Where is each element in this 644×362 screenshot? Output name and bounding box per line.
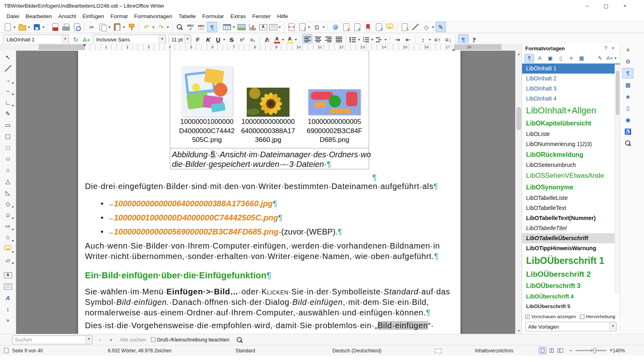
print-button[interactable] <box>61 22 71 32</box>
single-page-view-button[interactable] <box>539 347 547 354</box>
rectangle-button[interactable] <box>2 119 14 130</box>
accessibility-check-tab[interactable]: ♿ <box>622 126 634 137</box>
isosceles-triangle-button[interactable] <box>2 175 14 187</box>
block-arrows-button[interactable] <box>2 220 14 232</box>
style-filter-dropdown[interactable] <box>609 322 616 331</box>
style-liboüberschrift-5[interactable]: LibOÜberschrift 5 <box>522 302 620 311</box>
menu-formular[interactable]: Formular <box>199 12 227 20</box>
insert-bookmark-button[interactable] <box>363 22 373 32</box>
open-button[interactable] <box>17 22 31 32</box>
lines-and-arrows-button[interactable] <box>2 74 14 85</box>
style-liboseitenumbruch[interactable]: LibOSeitenumbruch <box>522 160 620 170</box>
new-document-button[interactable] <box>2 22 17 32</box>
find-tab[interactable] <box>622 138 634 148</box>
special-character-button[interactable] <box>312 22 326 32</box>
style-liboüberschrift-1[interactable]: LibOÜberschrift 1 <box>522 253 620 268</box>
freeform-line-button[interactable] <box>2 108 14 119</box>
search-input[interactable]: Suchen <box>12 335 93 344</box>
help-icon[interactable]: ? <box>602 45 609 52</box>
document-page[interactable]: 10000001000000D4000000C74442505C.png 100… <box>78 51 460 334</box>
menu-format[interactable]: Format <box>107 12 131 20</box>
scroll-up-arrow[interactable]: ▲ <box>516 51 522 57</box>
circle-button[interactable] <box>2 164 14 175</box>
font-size-combo-dropdown[interactable] <box>184 35 191 44</box>
page-tab[interactable]: ▯ <box>622 103 634 113</box>
new-style-from-selection-button[interactable]: A+ <box>606 54 617 63</box>
list-styles-tab[interactable]: ≡ <box>566 54 576 63</box>
style-filter-select[interactable]: Alle Vorlagen <box>525 322 617 331</box>
insert-image-button[interactable] <box>236 22 247 32</box>
print-preview-button[interactable] <box>72 22 82 32</box>
search-history-dropdown[interactable] <box>85 336 92 344</box>
rounded-rectangle-button[interactable] <box>2 130 14 142</box>
table-styles-tab[interactable]: ▦ <box>577 54 586 63</box>
word-count-status[interactable]: 6.932 Wörter, 46.976 Zeichen <box>108 348 171 354</box>
fill-format-mode-button[interactable]: ✎ <box>595 54 605 63</box>
menu-extras[interactable]: Extras <box>227 12 249 20</box>
language-status[interactable]: Deutsch (Deutschland) <box>332 348 382 354</box>
page-number-status[interactable]: Seite 9 von 40 <box>12 348 43 354</box>
insert-hyperlink-button[interactable] <box>330 22 341 32</box>
ruler[interactable]: 123456789101112131415161718 <box>0 43 522 51</box>
select-button[interactable] <box>2 51 14 63</box>
scroll-down-arrow[interactable]: ▼ <box>516 327 522 334</box>
find-previous-button[interactable]: ∧ <box>96 336 104 344</box>
menu-fenster[interactable]: Fenster <box>249 12 274 20</box>
spelling-button[interactable] <box>185 22 196 32</box>
panel-scrollbar-thumb[interactable] <box>616 71 619 115</box>
find-next-button[interactable]: ∨ <box>107 336 115 344</box>
toolbar-overflow-button[interactable] <box>2 315 14 326</box>
frame-styles-tab[interactable]: ▣ <box>545 54 555 63</box>
image-frame[interactable]: 10000001000000D4000000C74442505C.png 100… <box>170 51 369 169</box>
file-name-link[interactable]: 1000000000000569000002B3C84FD685.png <box>114 227 279 236</box>
page-style-status[interactable]: Standard <box>235 348 255 354</box>
scrollbar-thumb[interactable] <box>516 107 521 130</box>
sidebar-settings-icon[interactable]: ≡ <box>622 45 634 55</box>
style-inspector-tab[interactable]: ◉ <box>622 115 634 125</box>
minimize-button[interactable]: – <box>578 0 597 11</box>
ellipse-button[interactable] <box>2 153 14 164</box>
style-liboinhalt-3[interactable]: LibOInhalt 3 <box>522 84 620 94</box>
character-styles-tab[interactable]: A <box>535 54 545 63</box>
zoom-out-button[interactable]: – <box>568 348 573 353</box>
panel-scrollbar[interactable] <box>615 64 620 294</box>
insert-field-button[interactable] <box>297 22 311 32</box>
font-size-combo[interactable]: 11 pt <box>169 35 191 44</box>
menu-hilfe[interactable]: Hilfe <box>274 12 291 20</box>
style-libotabelletext-nummer[interactable]: LibOTabelleText(Nummer) <box>522 213 620 223</box>
callouts-button[interactable] <box>2 243 14 254</box>
insert-footnote-button[interactable] <box>341 22 351 32</box>
file-name-link[interactable]: 10000001000000D4000000C74442505C.png <box>114 213 278 222</box>
insert-line-button[interactable] <box>410 22 421 32</box>
insert-comment-button[interactable] <box>384 22 395 32</box>
zoom-percentage[interactable]: 140% <box>613 348 625 354</box>
show-draw-functions-button[interactable] <box>436 22 446 32</box>
redo-button[interactable] <box>156 22 170 32</box>
insert-text-box-button[interactable] <box>2 269 14 281</box>
show-previews-checkbox[interactable]: Vorschauen anzeigen <box>525 314 576 319</box>
close-panel-icon[interactable]: × <box>609 45 617 52</box>
highlighting-checkbox[interactable]: Hervorhebung <box>580 314 615 319</box>
style-libokapitelübersicht[interactable]: LibOKapitelübersicht <box>522 118 620 129</box>
style-liboveröffentlichung[interactable]: LibOVeröffentlichung <box>522 311 620 313</box>
zoom-slider[interactable] <box>576 350 606 351</box>
style-libotabelleliste[interactable]: LibOTabelleListe <box>522 193 620 203</box>
insert-frame-button[interactable] <box>2 281 14 292</box>
basic-shapes-button[interactable] <box>421 22 435 32</box>
selection-mode-icon[interactable] <box>435 349 442 353</box>
style-libosynonyme[interactable]: LibOSynonyme <box>522 182 620 193</box>
menu-datei[interactable]: Datei <box>3 12 23 20</box>
styles-tab[interactable]: ¶ <box>622 68 634 78</box>
insert-table-button[interactable] <box>222 22 236 32</box>
properties-tab[interactable]: ⚙ <box>622 56 634 67</box>
vertical-scrollbar[interactable]: ▲ ▼ <box>515 51 522 334</box>
clone-formatting-button[interactable] <box>126 22 137 32</box>
stars-banners-button[interactable] <box>2 232 14 243</box>
save-button[interactable] <box>31 22 45 32</box>
symbol-shapes-button[interactable] <box>2 209 14 220</box>
paste-button[interactable] <box>112 22 126 32</box>
navigator-tab[interactable]: ◈ <box>622 91 634 102</box>
square-button[interactable] <box>2 142 14 153</box>
style-libotabelleüberschrift[interactable]: LibOTabelleÜberschrift <box>522 233 620 243</box>
undo-button[interactable] <box>141 22 155 32</box>
